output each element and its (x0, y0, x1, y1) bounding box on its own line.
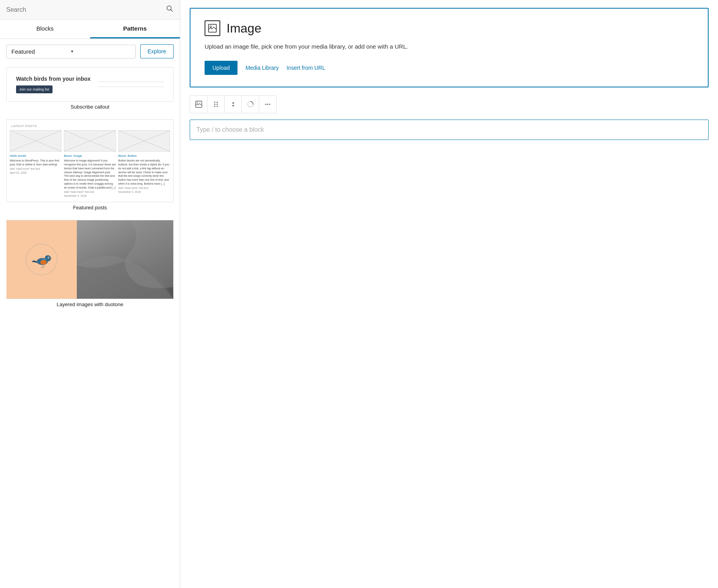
svg-point-25 (214, 102, 215, 103)
pattern-card-subscribe[interactable]: Watch birds from your inbox Join our mai… (6, 67, 174, 110)
svg-point-27 (214, 103, 215, 105)
upload-button[interactable]: Upload (205, 61, 238, 75)
block-placeholder[interactable]: Type / to choose a block (190, 120, 709, 140)
move-updown-button[interactable] (225, 96, 242, 113)
post-item-2: Block: Image Welcome to image alignment!… (64, 130, 116, 197)
subscribe-heading: Watch birds from your inbox (16, 75, 91, 82)
svg-point-33 (267, 103, 268, 105)
layered-front (7, 220, 77, 299)
image-block-title: Image (227, 21, 261, 36)
post-item-1: Hello world! Welcome to WordPress. This … (10, 130, 62, 197)
post-1-title[interactable]: Hello world! (10, 154, 62, 158)
post-image-2 (64, 130, 116, 152)
subscribe-lines (98, 82, 164, 87)
featured-posts-preview: LATEST POSTS Hello world! (6, 119, 174, 202)
post-1-readmore: Add "read more" link text (10, 167, 62, 170)
post-2-title[interactable]: Block: Image (64, 154, 116, 158)
layered-preview (6, 220, 174, 299)
image-block-toolbar (190, 95, 277, 113)
svg-point-26 (216, 102, 218, 103)
more-options-button[interactable] (259, 96, 276, 113)
layered-label: Layered images with duotone (6, 301, 174, 307)
post-1-excerpt: Welcome to WordPress. This is your first… (10, 159, 62, 167)
svg-point-22 (210, 26, 212, 27)
chevron-down-icon: ▾ (71, 49, 131, 54)
image-block-icon (205, 20, 220, 36)
subscribe-label: Subscribe callout (6, 104, 174, 110)
pattern-card-layered[interactable]: Layered images with duotone (6, 220, 174, 307)
post-2-date: November 3, 2018 (64, 194, 116, 197)
svg-point-29 (214, 105, 215, 107)
search-bar (0, 0, 180, 20)
pattern-card-featured-posts[interactable]: LATEST POSTS Hello world! (6, 119, 174, 210)
category-select[interactable]: Featured ▾ (6, 45, 136, 58)
posts-grid: Hello world! Welcome to WordPress. This … (10, 130, 170, 197)
dashed-circle (26, 244, 57, 275)
post-3-title[interactable]: Block: Button (118, 154, 170, 158)
category-select-label: Featured (11, 48, 71, 55)
right-panel: Image Upload an image file, pick one fro… (180, 0, 718, 588)
post-3-date: November 3, 2018 (118, 191, 170, 193)
tab-blocks[interactable]: Blocks (0, 20, 90, 38)
media-library-link[interactable]: Media Library (245, 65, 279, 71)
post-image-3 (118, 130, 170, 152)
search-input[interactable] (6, 6, 166, 13)
loading-spinner-button[interactable] (242, 96, 259, 113)
svg-point-34 (269, 103, 270, 105)
image-block-description: Upload an image file, pick one from your… (205, 42, 694, 51)
post-2-readmore: Add "read more" link text (64, 191, 116, 193)
svg-point-30 (216, 105, 218, 107)
subscribe-preview: Watch birds from your inbox Join our mai… (6, 67, 174, 102)
toolbar-image-button[interactable] (190, 96, 207, 113)
post-2-excerpt: Welcome to image alignment! If you recog… (64, 159, 116, 189)
image-block-actions: Upload Media Library Insert from URL (205, 61, 694, 75)
tab-patterns[interactable]: Patterns (90, 20, 180, 38)
left-panel: Blocks Patterns Featured ▾ Explore Watch… (0, 0, 180, 588)
post-3-excerpt: Button blocks are not semantically butto… (118, 159, 170, 186)
post-1-date: April 10, 2022 (10, 171, 62, 174)
search-icon (166, 5, 174, 15)
svg-line-1 (171, 10, 173, 12)
drag-handle-button[interactable] (207, 96, 225, 113)
svg-point-28 (216, 103, 218, 105)
svg-point-32 (265, 103, 267, 105)
patterns-list: Watch birds from your inbox Join our mai… (0, 64, 180, 588)
image-block-header: Image (205, 20, 694, 36)
post-item-3: Block: Button Button blocks are not sema… (118, 130, 170, 197)
filter-row: Featured ▾ Explore (0, 39, 180, 64)
featured-posts-label: Featured posts (6, 205, 174, 211)
subscribe-join-button: Join our mailing list (16, 85, 53, 93)
post-image-1 (10, 130, 62, 152)
svg-point-24 (197, 102, 198, 103)
insert-from-url-link[interactable]: Insert from URL (286, 65, 325, 71)
image-block-panel: Image Upload an image file, pick one fro… (190, 8, 709, 87)
explore-button[interactable]: Explore (140, 44, 174, 58)
post-3-readmore: Add "read more" link text (118, 187, 170, 189)
tabs: Blocks Patterns (0, 20, 180, 39)
latest-posts-label: LATEST POSTS (10, 124, 170, 128)
